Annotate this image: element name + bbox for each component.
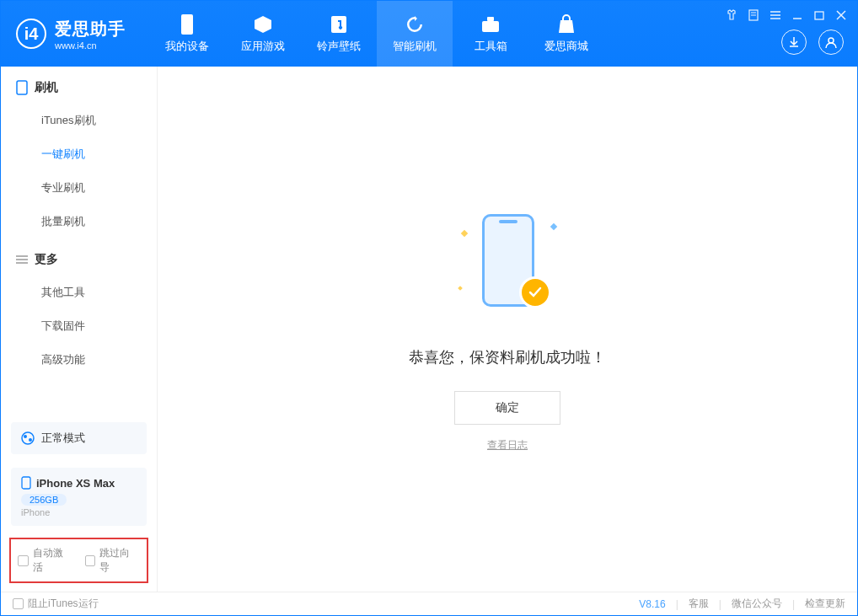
- close-icon[interactable]: [834, 8, 849, 23]
- device-type: iPhone: [21, 507, 137, 517]
- window-controls: [724, 8, 849, 23]
- nav-label: 爱思商城: [544, 39, 588, 54]
- device-storage: 256GB: [21, 494, 67, 506]
- view-log-link[interactable]: 查看日志: [487, 438, 528, 453]
- separator: |: [676, 598, 678, 610]
- header: i4 爱思助手 www.i4.cn 我的设备 应用游戏 铃声壁纸 智能刷机 工具…: [1, 1, 857, 67]
- shirt-icon[interactable]: [724, 8, 739, 23]
- menu-icon[interactable]: [768, 8, 783, 23]
- checkbox-label: 跳过向导: [99, 546, 140, 575]
- support-link[interactable]: 客服: [689, 597, 709, 611]
- nav-tab-flash[interactable]: 智能刷机: [377, 1, 453, 67]
- wechat-link[interactable]: 微信公众号: [732, 597, 782, 611]
- checkbox-auto-activate[interactable]: 自动激活: [18, 546, 73, 575]
- bag-icon: [555, 13, 577, 35]
- music-icon: [328, 13, 350, 35]
- sparkle-icon: [458, 286, 463, 291]
- sidebar-item-advanced[interactable]: 高级功能: [1, 343, 157, 377]
- nav-label: 智能刷机: [393, 39, 437, 54]
- download-button[interactable]: [781, 29, 807, 55]
- sidebar-item-itunes-flash[interactable]: iTunes刷机: [1, 104, 157, 137]
- statusbar: 阻止iTunes运行 V8.16 | 客服 | 微信公众号 | 检查更新: [1, 592, 857, 615]
- nav-tab-toolbox[interactable]: 工具箱: [453, 1, 528, 67]
- ok-button[interactable]: 确定: [454, 391, 560, 425]
- device-name-row: iPhone XS Max: [21, 476, 137, 490]
- user-button[interactable]: [818, 29, 844, 55]
- sidebar-section-flash: 刷机: [1, 67, 157, 104]
- separator: |: [792, 598, 795, 610]
- logo-text: 爱思助手 www.i4.cn: [55, 18, 126, 51]
- refresh-icon: [404, 13, 426, 35]
- list-icon: [16, 254, 28, 265]
- checkbox-block-itunes[interactable]: 阻止iTunes运行: [13, 597, 99, 611]
- main-content: 恭喜您，保资料刷机成功啦！ 确定 查看日志: [158, 67, 857, 592]
- logo-icon: i4: [16, 19, 46, 49]
- app-title: 爱思助手: [55, 18, 126, 40]
- nav-label: 铃声壁纸: [317, 39, 361, 54]
- svg-rect-2: [482, 21, 499, 32]
- mode-icon: [21, 431, 35, 445]
- nav-label: 工具箱: [475, 39, 507, 54]
- svg-rect-0: [181, 14, 193, 35]
- checkbox-icon: [18, 555, 29, 566]
- options-row: 自动激活 跳过向导: [9, 538, 148, 583]
- toolbox-icon: [480, 13, 501, 35]
- svg-point-19: [22, 432, 34, 444]
- cube-icon: [252, 13, 274, 35]
- checkbox-skip-guide[interactable]: 跳过向导: [85, 546, 141, 575]
- minimize-icon[interactable]: [790, 8, 805, 23]
- separator: |: [719, 598, 721, 610]
- header-actions: [781, 29, 844, 55]
- check-update-link[interactable]: 检查更新: [805, 597, 845, 611]
- nav-tab-device[interactable]: 我的设备: [149, 1, 225, 67]
- check-badge-icon: [519, 276, 551, 308]
- nav-label: 我的设备: [165, 39, 209, 54]
- nav-tab-apps[interactable]: 应用游戏: [225, 1, 301, 67]
- checkbox-icon: [13, 598, 24, 609]
- logo-area: i4 爱思助手 www.i4.cn: [1, 18, 141, 51]
- statusbar-right: V8.16 | 客服 | 微信公众号 | 检查更新: [639, 597, 845, 611]
- mode-label: 正常模式: [41, 431, 85, 446]
- sidebar: 刷机 iTunes刷机 一键刷机 专业刷机 批量刷机 更多 其他工具 下载固件 …: [1, 67, 158, 592]
- section-title: 刷机: [35, 80, 58, 95]
- section-title: 更多: [35, 252, 58, 267]
- version-label: V8.16: [639, 598, 665, 610]
- svg-rect-3: [487, 17, 494, 21]
- device-info-box[interactable]: iPhone XS Max 256GB iPhone: [11, 468, 147, 526]
- device-icon: [176, 13, 198, 35]
- note-icon[interactable]: [746, 8, 761, 23]
- svg-rect-11: [815, 12, 823, 19]
- checkbox-label: 自动激活: [33, 546, 73, 575]
- sidebar-item-batch-flash[interactable]: 批量刷机: [1, 205, 157, 238]
- app-subtitle: www.i4.cn: [55, 40, 126, 51]
- sidebar-section-more: 更多: [1, 238, 157, 276]
- nav-label: 应用游戏: [241, 39, 285, 54]
- maximize-icon[interactable]: [812, 8, 827, 23]
- svg-rect-22: [22, 477, 30, 489]
- sidebar-item-one-click-flash[interactable]: 一键刷机: [1, 137, 157, 171]
- sidebar-item-other-tools[interactable]: 其他工具: [1, 276, 157, 309]
- svg-point-14: [829, 38, 834, 43]
- success-message: 恭喜您，保资料刷机成功啦！: [409, 347, 606, 367]
- sidebar-item-pro-flash[interactable]: 专业刷机: [1, 171, 157, 205]
- body: 刷机 iTunes刷机 一键刷机 专业刷机 批量刷机 更多 其他工具 下载固件 …: [1, 67, 857, 592]
- svg-rect-15: [17, 81, 27, 94]
- nav-tabs: 我的设备 应用游戏 铃声壁纸 智能刷机 工具箱 爱思商城: [149, 1, 604, 67]
- nav-tab-ringtone[interactable]: 铃声壁纸: [301, 1, 377, 67]
- nav-tab-store[interactable]: 爱思商城: [528, 1, 604, 67]
- phone-icon: [16, 80, 28, 95]
- svg-point-20: [24, 435, 27, 438]
- checkbox-icon: [85, 555, 96, 566]
- phone-small-icon: [21, 476, 31, 490]
- sparkle-icon: [461, 230, 468, 237]
- checkbox-label: 阻止iTunes运行: [28, 597, 99, 611]
- device-name: iPhone XS Max: [36, 477, 115, 490]
- sidebar-item-download-firmware[interactable]: 下载固件: [1, 309, 157, 343]
- mode-box[interactable]: 正常模式: [11, 422, 147, 454]
- svg-point-21: [29, 438, 32, 442]
- success-illustration: [457, 206, 558, 324]
- sparkle-icon: [550, 223, 557, 230]
- svg-rect-1: [331, 16, 346, 33]
